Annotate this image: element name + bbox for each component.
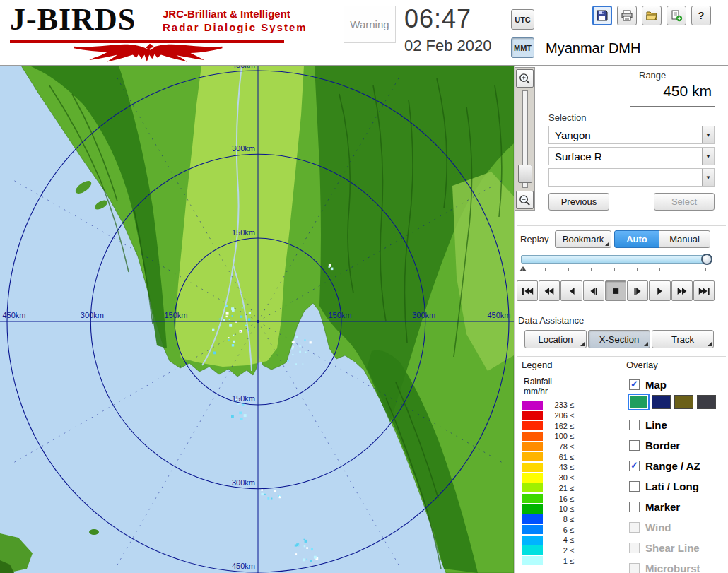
play-button[interactable] [649, 280, 670, 301]
skip-start-icon [520, 286, 534, 296]
zoom-slider-thumb[interactable] [518, 165, 532, 183]
radar-map[interactable]: 150km150km150km150km300km300km300km300km… [0, 66, 514, 573]
zoom-out-icon [518, 194, 532, 207]
map-color-swatch-2[interactable] [652, 395, 671, 409]
ring-distance-label: 300km [81, 311, 104, 319]
radar-echo [304, 545, 306, 548]
submenu-corner-icon [644, 342, 648, 346]
radar-echo [213, 352, 216, 355]
x-section-label: X-Section [599, 334, 639, 345]
radar-echo [304, 339, 306, 341]
ring-distance-label: 150km [232, 394, 255, 403]
legend-value: 1 ≤ [543, 557, 574, 565]
legend-value: 61 ≤ [543, 453, 574, 461]
zoom-out-button[interactable] [516, 191, 534, 209]
submenu-corner-icon [580, 342, 585, 346]
legend-row: 43 ≤ [522, 462, 606, 473]
ring-distance-label: 300km [412, 311, 435, 319]
track-button[interactable]: Track [652, 330, 714, 348]
zoom-slider[interactable] [522, 90, 528, 188]
fast-forward-icon [675, 286, 689, 296]
bookmark-button[interactable]: Bookmark [555, 230, 611, 248]
open-button[interactable] [642, 6, 662, 25]
site-dropdown[interactable]: Yangon ▼ [548, 126, 715, 144]
radar-echo [231, 307, 234, 310]
option-dropdown[interactable]: ▼ [548, 168, 715, 187]
stop-icon [609, 286, 623, 296]
legend-swatch [522, 536, 543, 545]
product-dropdown[interactable]: Surface R ▼ [548, 147, 715, 165]
timeline-handle[interactable] [701, 254, 712, 265]
track-label: Track [671, 334, 694, 345]
map-color-swatch-4[interactable] [697, 395, 716, 409]
step-back-button[interactable] [583, 280, 604, 301]
radar-echo [314, 556, 317, 559]
print-button[interactable] [617, 6, 637, 25]
eagle-logo-icon [65, 42, 231, 64]
overlay-item-wind: Wind [626, 519, 671, 536]
fast-rewind-button[interactable] [539, 280, 560, 301]
legend-swatch [522, 452, 543, 461]
legend-value: 2 ≤ [543, 546, 574, 555]
overlay-item-range-az: ✓Range / AZ [626, 457, 700, 474]
checkbox-border[interactable] [629, 440, 640, 451]
svg-text:?: ? [698, 10, 705, 21]
map-color-swatch-1[interactable] [629, 395, 648, 409]
radar-echo [264, 494, 266, 495]
warning-label: Warning [350, 18, 389, 30]
checkbox-map[interactable]: ✓ [629, 379, 640, 390]
separator [517, 312, 726, 312]
radar-echo [310, 560, 312, 562]
overlay-label: Map [645, 379, 667, 391]
skip-end-button[interactable] [693, 280, 715, 301]
mmt-button[interactable]: MMT [511, 37, 534, 58]
legend-swatch [522, 545, 543, 555]
auto-button[interactable]: Auto [614, 230, 659, 248]
location-button[interactable]: Location [524, 330, 587, 348]
fast-forward-button[interactable] [671, 280, 693, 301]
step-forward-button[interactable] [627, 280, 648, 301]
stop-button[interactable] [605, 280, 626, 301]
previous-button[interactable]: Previous [548, 193, 609, 211]
map-color-swatch-3[interactable] [674, 395, 693, 409]
chevron-down-icon[interactable]: ▼ [702, 126, 714, 143]
chevron-down-icon[interactable]: ▼ [702, 169, 714, 186]
radar-echo [248, 318, 251, 321]
skip-start-button[interactable] [517, 280, 538, 301]
legend-value: 233 ≤ [543, 401, 574, 409]
checkbox-lati-long[interactable] [629, 481, 640, 492]
utc-button[interactable]: UTC [511, 9, 534, 30]
zoom-in-button[interactable] [516, 69, 534, 88]
select-button[interactable]: Select [654, 193, 715, 211]
warning-indicator: Warning [344, 6, 396, 43]
jbirds-logo: J-BIRDS JRC-Brilliant & Intelligent Rada… [6, 1, 345, 65]
export-button[interactable] [667, 6, 686, 25]
save-button[interactable] [592, 6, 612, 25]
help-button[interactable]: ? [691, 6, 711, 25]
legend-row: 1 ≤ [522, 555, 606, 566]
legend-row: 6 ≤ [522, 524, 606, 535]
save-icon [596, 9, 609, 22]
replay-timeline-slider[interactable] [521, 255, 710, 264]
play-back-button[interactable] [560, 280, 582, 301]
manual-button[interactable]: Manual [659, 230, 710, 248]
legend-swatch [522, 504, 543, 514]
radar-echo [244, 414, 247, 417]
play-back-icon [565, 286, 579, 296]
radar-echo [279, 496, 281, 497]
data-assistance-label: Data Assistance [518, 315, 584, 326]
radar-echo [225, 305, 228, 307]
logo-tagline-1: JRC-Brilliant & Intelligent [163, 8, 290, 20]
app-header: J-BIRDS JRC-Brilliant & Intelligent Rada… [0, 0, 728, 66]
chevron-down-icon[interactable]: ▼ [702, 148, 714, 165]
checkbox-range-az[interactable]: ✓ [629, 461, 640, 471]
radar-echo [232, 344, 234, 346]
checkbox-line[interactable] [629, 420, 640, 430]
radar-echo [303, 363, 304, 365]
x-section-button[interactable]: X-Section [588, 330, 650, 348]
ring-distance-label: 450km [232, 562, 255, 570]
overlay-label: Border [645, 439, 680, 451]
legend-swatch [522, 483, 543, 492]
legend-swatch [522, 463, 543, 472]
checkbox-marker[interactable] [629, 502, 640, 512]
